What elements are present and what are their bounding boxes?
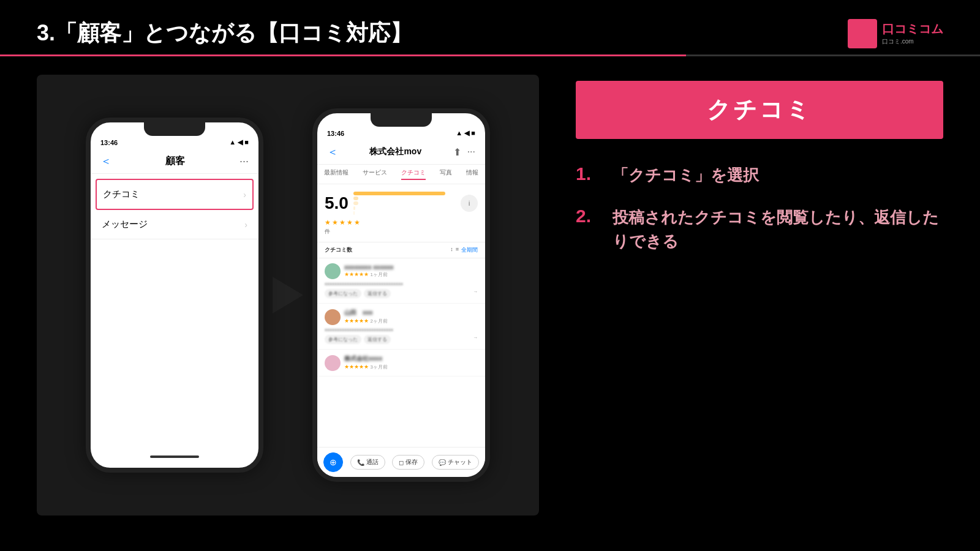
- review-actions-1: 参考になった 返信する →: [325, 289, 478, 298]
- action-reply-1[interactable]: 返信する: [364, 289, 391, 298]
- rating-number: 5.0: [325, 193, 349, 213]
- right-panel: クチコミ 1. 「クチコミ」を選択 2. 投稿されたクチコミを閲覧したり、返信し…: [576, 75, 943, 515]
- reviewer-name-1: xxxxxxxx xxxxxx: [344, 264, 394, 271]
- bottom-save-button[interactable]: ◻ 保存: [392, 455, 424, 470]
- phone-2: 13:46 ▲ ◀ ■ ＜ 株式会社mov ⬆ ··· 最新情報 サービス クチ…: [312, 108, 490, 482]
- phone2-nav-title: 株式会社mov: [369, 146, 421, 157]
- sort-icon[interactable]: ↕: [450, 246, 453, 254]
- tab-info[interactable]: 情報: [466, 168, 478, 180]
- review-stars-2: ★★★★★ 2ヶ月前: [344, 318, 388, 324]
- save-icon: ◻: [399, 459, 404, 466]
- rating-bar-5: [353, 192, 445, 195]
- review-text-2: xxxxxxxxxxxxxxxxxxxxxxxxxxxx: [325, 326, 478, 333]
- phone2-nav-actions: ⬆ ···: [453, 146, 475, 158]
- filter-icon[interactable]: ≡: [456, 246, 459, 254]
- bottom-call-button[interactable]: 📞 通話: [350, 455, 385, 470]
- review-header-2: 山田 xxx ★★★★★ 2ヶ月前: [325, 309, 478, 325]
- rating-bar-3: [353, 201, 358, 205]
- message-label: メッセージ: [102, 219, 148, 230]
- phone2-status-icons: ▲ ◀ ■: [456, 129, 475, 137]
- chevron-right-icon-2: ›: [244, 220, 247, 230]
- avatar-2: [325, 309, 341, 325]
- bottom-chat-button[interactable]: 💬 チャット: [432, 455, 479, 470]
- reviewer-info-1: xxxxxxxx xxxxxx ★★★★★ 1ヶ月前: [344, 264, 394, 279]
- save-label: 保存: [405, 458, 418, 467]
- review-sort: クチコミ数 ↕ ≡ 全期間: [317, 242, 485, 258]
- home-indicator: [150, 455, 199, 458]
- review-text-1: xxxxxxxxxxxxxxxxxxxxxxxxxxxxxxxx: [325, 280, 478, 287]
- overall-stars: ★ ★ ★ ★ ★: [325, 219, 478, 227]
- phone2-back-button[interactable]: ＜: [327, 144, 338, 159]
- logo-main-text: 口コミコム: [882, 22, 943, 36]
- sort-label: クチコミ数: [325, 246, 352, 254]
- action-more-2[interactable]: →: [473, 335, 478, 344]
- star-1: ★: [325, 219, 331, 227]
- tab-latest[interactable]: 最新情報: [324, 168, 349, 180]
- review-count: 件: [325, 228, 478, 236]
- play-arrow-icon: [273, 277, 303, 313]
- rating-row: 5.0 i: [325, 190, 478, 216]
- header: 3.「顧客」とつながる【口コミ対応】 口コミコム 口コミ.com: [0, 0, 980, 48]
- share-icon[interactable]: ⬆: [453, 146, 461, 158]
- all-label[interactable]: 全期間: [461, 246, 478, 254]
- sort-buttons: ↕ ≡ 全期間: [450, 246, 478, 254]
- back-button[interactable]: ＜: [100, 154, 111, 168]
- rating-bar-4: [353, 197, 358, 200]
- more-button[interactable]: ···: [239, 155, 249, 168]
- phone-nav-bar: ＜ 顧客 ···: [91, 149, 258, 174]
- nav-title: 顧客: [165, 155, 185, 168]
- phone2-tabs: 最新情報 サービス クチコミ 写真 情報: [317, 165, 485, 184]
- rating-bars: [353, 190, 456, 216]
- step-item-2: 2. 投稿されたクチコミを閲覧したり、返信したりできる: [576, 206, 943, 253]
- reviewer-info-2: 山田 xxx ★★★★★ 2ヶ月前: [344, 309, 388, 325]
- action-reply-2[interactable]: 返信する: [364, 335, 391, 344]
- bottom-home-button[interactable]: ⊕: [323, 452, 343, 472]
- star-3: ★: [339, 219, 345, 227]
- logo-area: 口コミコム 口コミ.com: [848, 19, 943, 48]
- review-stars-3: ★★★★★ 3ヶ月前: [344, 364, 388, 370]
- info-icon: i: [461, 195, 478, 212]
- avatar-3: [325, 355, 341, 371]
- kuchikomi-label: クチコミ: [103, 189, 140, 200]
- list-item-kuchikomi[interactable]: クチコミ ›: [96, 179, 254, 210]
- chat-label: チャット: [448, 458, 472, 467]
- review-stars-1: ★★★★★ 1ヶ月前: [344, 271, 394, 278]
- call-icon: 📞: [357, 459, 364, 466]
- step-item-1: 1. 「クチコミ」を選択: [576, 163, 943, 187]
- action-useful-1[interactable]: 参考になった: [325, 289, 361, 298]
- phone2-notch: [371, 113, 432, 127]
- star-4: ★: [347, 219, 353, 227]
- review-actions-2: 参考になった 返信する →: [325, 335, 478, 344]
- main-content: 13:46 ▲ ◀ ■ ＜ 顧客 ··· クチコミ › メッセージ ›: [0, 56, 980, 534]
- reviewer-info-3: 株式会社xxxx ★★★★★ 3ヶ月前: [344, 354, 388, 371]
- tab-kuchikomi[interactable]: クチコミ: [401, 168, 426, 180]
- logo-sub-text: 口コミ.com: [882, 37, 943, 46]
- star-5: ★: [354, 219, 360, 227]
- rating-section: 5.0 i ★ ★ ★ ★ ★ 件: [317, 184, 485, 242]
- star-2: ★: [332, 219, 338, 227]
- chevron-right-icon: ›: [243, 190, 246, 200]
- kuchikomi-badge: クチコミ: [576, 81, 943, 139]
- step-number-1: 1.: [576, 163, 600, 184]
- more-icon[interactable]: ···: [467, 146, 475, 157]
- review-item-2: 山田 xxx ★★★★★ 2ヶ月前 xxxxxxxxxxxxxxxxxxxxxx…: [317, 304, 485, 350]
- step-text-2: 投稿されたクチコミを閲覧したり、返信したりできる: [612, 206, 943, 253]
- logo-text: 口コミコム 口コミ.com: [882, 21, 943, 46]
- status-icons: ▲ ◀ ■: [229, 138, 249, 146]
- list-item-message[interactable]: メッセージ ›: [91, 210, 258, 239]
- call-label: 通話: [366, 458, 379, 467]
- action-useful-2[interactable]: 参考になった: [325, 335, 361, 344]
- tab-service[interactable]: サービス: [363, 168, 387, 180]
- step-text-1: 「クチコミ」を選択: [612, 163, 759, 187]
- tab-photo[interactable]: 写真: [440, 168, 452, 180]
- phone-status-bar: 13:46 ▲ ◀ ■: [91, 136, 258, 149]
- status-time: 13:46: [100, 139, 118, 146]
- action-more-1[interactable]: →: [473, 289, 478, 298]
- chat-icon: 💬: [439, 459, 446, 466]
- review-item-3: 株式会社xxxx ★★★★★ 3ヶ月前: [317, 350, 485, 377]
- review-item-1: xxxxxxxx xxxxxx ★★★★★ 1ヶ月前 xxxxxxxxxxxxx…: [317, 258, 485, 304]
- page-title: 3.「顧客」とつながる【口コミ対応】: [37, 18, 412, 48]
- phone2-nav-bar: ＜ 株式会社mov ⬆ ···: [317, 140, 485, 165]
- logo-icon: [848, 19, 877, 48]
- review-header-1: xxxxxxxx xxxxxx ★★★★★ 1ヶ月前: [325, 263, 478, 279]
